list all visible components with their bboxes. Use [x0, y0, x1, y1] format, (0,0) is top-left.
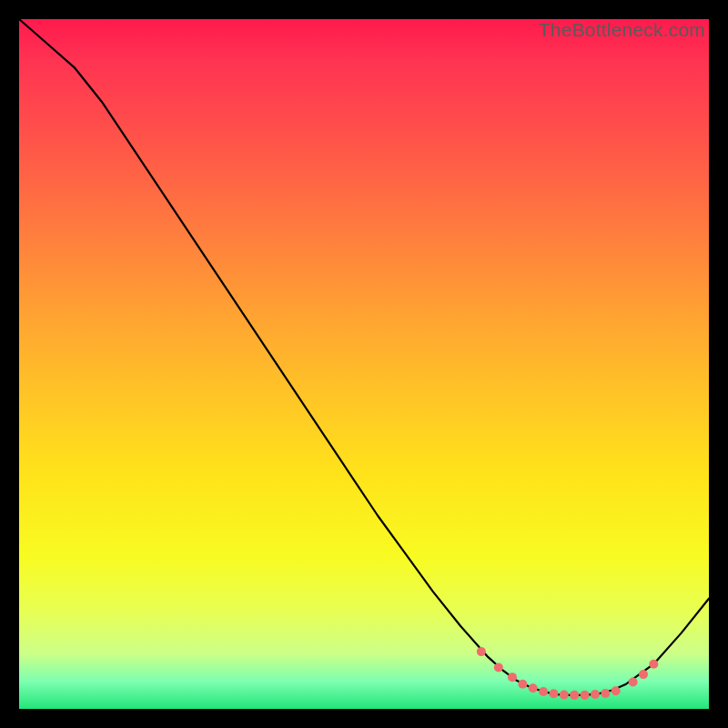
marker-dot	[508, 672, 517, 682]
watermark-text: TheBottleneck.com	[539, 19, 705, 41]
chart-svg	[19, 19, 709, 709]
marker-dot	[629, 677, 638, 686]
marker-dot	[539, 687, 548, 696]
marker-dot	[560, 690, 569, 699]
marker-dot	[549, 689, 558, 698]
chart-frame: TheBottleneck.com	[19, 19, 709, 709]
marker-dot	[494, 663, 503, 672]
marker-dot	[477, 647, 486, 656]
marker-dot	[581, 691, 590, 700]
marker-dot	[601, 689, 610, 698]
marker-dot	[529, 683, 538, 693]
marker-dot	[570, 691, 579, 700]
marker-dot	[649, 660, 658, 669]
marker-group	[477, 647, 659, 700]
curve-line	[19, 19, 709, 695]
marker-dot	[591, 690, 600, 699]
marker-dot	[639, 670, 648, 679]
marker-dot	[518, 680, 527, 689]
marker-dot	[612, 686, 621, 695]
